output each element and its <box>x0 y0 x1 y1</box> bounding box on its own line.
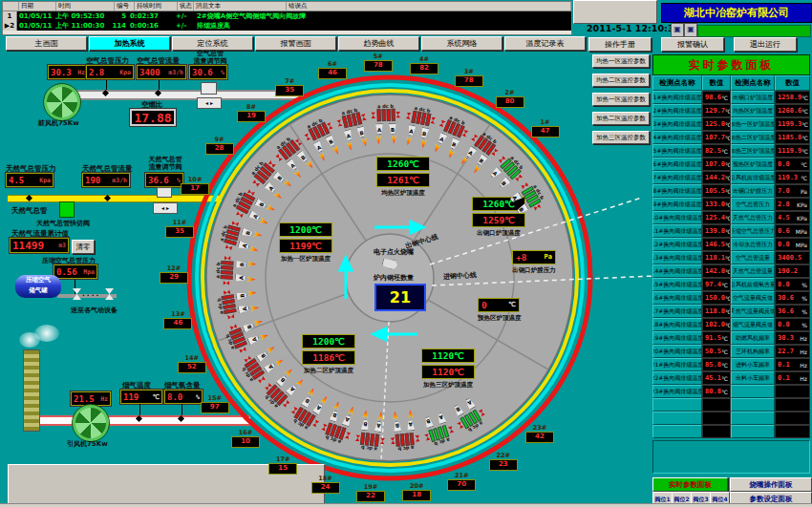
valve-bar <box>221 261 233 265</box>
status-icon-1[interactable]: ▣ <box>671 23 684 37</box>
param-name: 5#换向阀排烟温度 <box>652 144 702 158</box>
heat1-setpoint: 1200℃ <box>279 222 332 237</box>
valve-bar <box>221 265 233 270</box>
gas-valve-icon <box>157 187 172 198</box>
zone-param-button-4[interactable]: 加热二区温控参数 <box>592 112 650 125</box>
flame-icon <box>377 412 385 421</box>
param-value: 0.0℃ <box>775 158 810 171</box>
heat3-setpoint: 1120℃ <box>421 349 475 363</box>
burner-badge-12#: 12#29 <box>160 265 188 284</box>
gas-valve-spinner[interactable]: ◂ ▸ <box>153 202 178 214</box>
param-value: 125.4℃ <box>702 211 731 224</box>
param-row: 2#换向阀排烟温度129.7℃均热区炉顶温度1260.6℃ <box>652 104 810 117</box>
gas-cutoff-valve-icon[interactable] <box>59 201 75 218</box>
menu-tab-6[interactable]: 系统网络 <box>421 36 502 51</box>
flame-icon <box>433 143 442 154</box>
param-value: 82.5℃ <box>702 144 731 158</box>
company-banner: 湖北中冶窑炉有限公司 <box>661 3 812 23</box>
air-valve-spinner[interactable]: ◂ ▸ <box>197 97 222 109</box>
alarm-log[interactable]: 日期 时间 编号 持续时间 状态 消息文本 错误点 1 01/05/11 上午 … <box>2 1 572 35</box>
menu-action-1[interactable]: 操作手册 <box>588 37 652 52</box>
gas-valve-display: 36.6% <box>145 173 183 187</box>
realtime-panel-button[interactable]: 实时参数面板 <box>652 477 728 492</box>
zone-param-button-1[interactable]: 均热一区温控参数 <box>592 54 650 68</box>
param-value: 125.0℃ <box>702 117 731 131</box>
param-row: 1#换向阀排烟温度98.6℃出钢口炉顶温度1258.9℃ <box>652 91 810 104</box>
dots: ···· <box>82 291 100 300</box>
valve-bar <box>224 309 236 315</box>
alarm-row[interactable]: ▶2 01/05/11 上午 11:00:30 114 0:00:16 +/- … <box>3 21 571 31</box>
flame-icon <box>360 137 369 147</box>
burner-badge-4#: 4#82 <box>410 56 438 74</box>
sensor-stub <box>159 80 160 90</box>
flame-icon <box>253 230 264 239</box>
param-value: 3400.5 <box>775 251 810 264</box>
menu-tab-2[interactable]: 加热系统 <box>89 36 170 51</box>
param-value <box>702 425 731 438</box>
billet-count-display: 21 <box>374 284 426 311</box>
burner-badge-5#: 5#78 <box>364 53 393 72</box>
flue-temp-display: 119℃ <box>120 390 162 404</box>
hearth-pressure-unit: Pa <box>545 251 552 264</box>
param-value: 150.0℃ <box>702 291 731 305</box>
burner-b-icon: B <box>360 419 371 432</box>
burner-valve-icon <box>360 113 367 120</box>
param-name: 空气总管流量 <box>731 251 775 264</box>
hearth-pressure-display: +8 Pa 出钢口炉膛压力 <box>512 250 556 275</box>
burner-a-icon: A <box>342 128 354 141</box>
menu-tab-5[interactable]: 趋势曲线 <box>338 36 419 51</box>
preheat-unit: ℃ <box>508 299 516 311</box>
burner-a-icon: A <box>405 419 416 432</box>
soak-setpoint: 1260℃ <box>376 157 430 171</box>
smoke <box>34 325 59 342</box>
menu-tab-7[interactable]: 温度记录表 <box>504 36 586 51</box>
valve-bar <box>410 433 415 445</box>
burner-b-icon: B <box>355 125 368 138</box>
param-name: 空气流量阀反馈 <box>731 291 775 305</box>
param-row: 22#换向阀排烟温度45.1℃出料小车频率0.1Hz <box>652 371 810 385</box>
air-valve-display: 30.6% <box>189 65 227 79</box>
zone-param-button-3[interactable]: 加热一区温控参数 <box>592 93 650 106</box>
valve-bar <box>376 109 380 121</box>
burner-a-icon: A <box>374 123 384 135</box>
param-value: 1260.6℃ <box>775 104 810 117</box>
burner-valve-icon <box>380 437 386 445</box>
bottom-strip <box>0 503 812 507</box>
param-value: 146.5℃ <box>702 238 731 251</box>
param-row: 17#换向阀排烟温度118.8℃天然气流量阀反馈36.6% <box>652 305 810 318</box>
charge-centerline-label: 进钢中心线 <box>443 270 477 282</box>
param-row: 18#换向阀排烟温度102.0℃烟气流量阀反馈0.0% <box>652 318 810 331</box>
zone-param-button-2[interactable]: 均热二区温控参数 <box>592 74 650 87</box>
param-name: 进料小车频率 <box>731 358 775 371</box>
menu-tab-1[interactable]: 主画面 <box>6 36 87 51</box>
burner-panel-button[interactable]: 烧嘴操作面板 <box>730 477 812 492</box>
clear-total-button[interactable]: 清零 <box>72 240 95 254</box>
status-icon-2[interactable]: ▣ <box>684 23 697 37</box>
id-fan-icon <box>73 405 109 441</box>
menu-tab-3[interactable]: 定位系统 <box>172 36 253 51</box>
param-name: 13#换向阀排烟温度 <box>652 251 702 264</box>
soak-actual: 1261℃ <box>376 173 430 187</box>
alarm-col-errorpoint: 错误点 <box>287 2 571 11</box>
menu-action-3[interactable]: 退出运行 <box>734 37 797 52</box>
param-row: 16#换向阀排烟温度150.0℃空气流量阀反馈30.6% <box>652 291 810 305</box>
param-value: 0.1Hz <box>775 371 810 385</box>
menu-tab-4[interactable]: 报警画面 <box>255 36 336 51</box>
param-row: 9#换向阀排烟温度133.0℃空气总管压力2.8KPa <box>652 198 810 211</box>
burner-valve-icon <box>345 432 352 439</box>
menu-action-2[interactable]: 报警确认 <box>661 37 724 52</box>
param-value: 4.5KPa <box>775 211 810 224</box>
param-row <box>652 425 810 438</box>
burner-valve-icon <box>227 314 235 320</box>
zone-param-button-5[interactable]: 加热三区温控参数 <box>592 131 650 144</box>
flame-icon <box>446 149 456 159</box>
flame-icon <box>253 317 264 327</box>
param-name: 助燃风机频率 <box>731 331 775 345</box>
gas-main-label: 天然气总管 <box>11 206 48 216</box>
flame-icon <box>407 410 415 419</box>
param-row: 11#换向阀排烟温度139.8℃压缩空气总管压力0.6MPa <box>652 224 810 238</box>
sensor-stub <box>182 404 182 415</box>
alarm-row[interactable]: 1 01/05/11 上午 09:52:30 5 0:02:37 +/- 2#烧… <box>3 11 571 21</box>
param-name <box>652 412 702 425</box>
valve-bar <box>386 109 390 121</box>
